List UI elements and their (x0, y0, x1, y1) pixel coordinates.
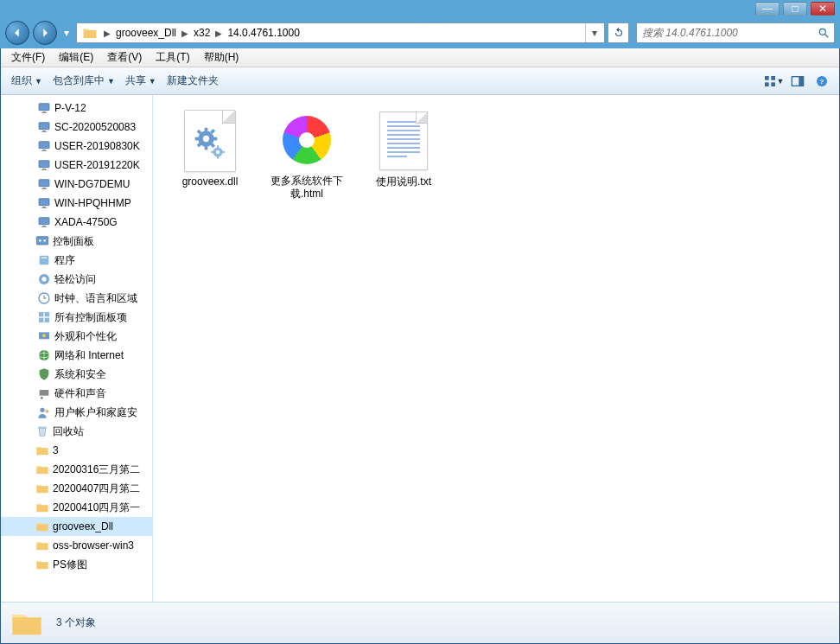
svg-rect-13 (39, 123, 49, 130)
tree-item[interactable]: 系统和安全 (1, 365, 152, 384)
tree-item[interactable]: WIN-DG7DEMU (1, 175, 152, 194)
tree-item-label: 程序 (54, 253, 75, 268)
close-button[interactable]: ✕ (811, 2, 835, 16)
tree-item[interactable]: 控制面板 (1, 232, 152, 251)
svg-rect-24 (41, 188, 48, 189)
tree-item[interactable]: 用户帐户和家庭安 (1, 403, 152, 422)
include-in-library-button[interactable]: 包含到库中▼ (48, 70, 120, 92)
tree-item[interactable]: 3 (1, 441, 152, 460)
tree-item-label: SC-20200520083 (54, 121, 136, 133)
preview-pane-button[interactable] (786, 71, 810, 92)
navigation-pane[interactable]: P-V-12SC-20200520083USER-20190830KUSER-2… (1, 95, 153, 602)
tree-item[interactable]: USER-20191220K (1, 156, 152, 175)
svg-rect-58 (205, 145, 208, 150)
tree-item[interactable]: USER-20190830K (1, 137, 152, 156)
tree-item[interactable]: 轻松访问 (1, 270, 152, 289)
svg-rect-3 (771, 76, 775, 80)
svg-point-33 (43, 239, 46, 242)
menu-help[interactable]: 帮助(H) (197, 48, 246, 67)
forward-button[interactable] (33, 21, 57, 45)
svg-rect-34 (40, 256, 49, 265)
tree-item-label: grooveex_Dll (53, 520, 113, 532)
svg-rect-44 (45, 318, 49, 322)
tree-item[interactable]: grooveex_Dll (1, 517, 152, 536)
breadcrumb-separator[interactable]: ▶ (101, 29, 113, 38)
svg-rect-23 (42, 188, 46, 188)
tree-item[interactable]: 时钟、语言和区域 (1, 289, 152, 308)
breadcrumb-separator[interactable]: ▶ (213, 29, 225, 38)
search-box[interactable] (636, 22, 835, 43)
search-input[interactable] (637, 27, 813, 39)
tree-item[interactable]: 外观和个性化 (1, 327, 152, 346)
menu-file[interactable]: 文件(F) (4, 48, 52, 67)
file-name: 使用说明.txt (376, 175, 431, 189)
file-list[interactable]: grooveex.dll更多系统软件下载.html使用说明.txt (153, 95, 839, 602)
view-options-button[interactable]: ▼ (761, 71, 786, 92)
organize-button[interactable]: 组织▼ (6, 70, 48, 92)
back-button[interactable] (5, 21, 29, 45)
tree-item[interactable]: 硬件和声音 (1, 384, 152, 403)
tree-item[interactable]: WIN-HPQHHMP (1, 194, 152, 213)
file-icon (276, 110, 338, 171)
address-bar[interactable]: ▶ grooveex_Dll ▶ x32 ▶ 14.0.4761.1000 ▾ (76, 22, 605, 43)
file-item[interactable]: grooveex.dll (163, 105, 257, 206)
maximize-button[interactable]: □ (783, 2, 807, 16)
svg-rect-25 (39, 199, 49, 206)
svg-point-37 (41, 277, 46, 281)
tree-item[interactable]: XADA-4750G (1, 213, 152, 232)
svg-rect-10 (39, 104, 49, 111)
tree-item[interactable]: 20200407四月第二 (1, 479, 152, 498)
svg-rect-26 (42, 207, 46, 207)
tree-item-label: 外观和个性化 (54, 329, 117, 344)
help-button[interactable]: ? (810, 71, 834, 92)
menubar: 文件(F) 编辑(E) 查看(V) 工具(T) 帮助(H) (1, 48, 839, 67)
svg-point-46 (42, 334, 46, 337)
folder-icon (82, 25, 98, 41)
content-area: P-V-12SC-20200520083USER-20190830KUSER-2… (1, 95, 839, 602)
breadcrumb[interactable]: 14.0.4761.1000 (225, 27, 302, 39)
breadcrumb[interactable]: x32 (191, 27, 213, 39)
file-item[interactable]: 更多系统软件下载.html (260, 105, 353, 206)
tree-item[interactable]: SC-20200520083 (1, 118, 152, 137)
new-folder-button[interactable]: 新建文件夹 (162, 70, 224, 92)
search-icon[interactable] (813, 23, 834, 42)
nav-history-dropdown[interactable]: ▾ (60, 21, 73, 45)
svg-rect-16 (39, 142, 49, 149)
tree-item-label: 所有控制面板项 (54, 310, 127, 325)
share-button[interactable]: 共享▼ (120, 70, 162, 92)
minimize-button[interactable]: — (755, 2, 780, 16)
svg-point-0 (819, 29, 825, 35)
svg-rect-22 (39, 180, 49, 187)
tree-item[interactable]: oss-browser-win3 (1, 536, 152, 555)
tree-item-label: 20200316三月第二 (53, 462, 140, 477)
menu-tools[interactable]: 工具(T) (149, 48, 196, 67)
tree-item-label: WIN-DG7DEMU (54, 178, 130, 190)
status-text: 3 个对象 (56, 615, 96, 630)
tree-item-label: 时钟、语言和区域 (54, 291, 137, 306)
file-item[interactable]: 使用说明.txt (357, 105, 450, 206)
window-titlebar: — □ ✕ (0, 0, 840, 17)
menu-edit[interactable]: 编辑(E) (52, 48, 100, 67)
tree-item[interactable]: 20200410四月第一 (1, 498, 152, 517)
tree-item[interactable]: 网络和 Internet (1, 346, 152, 365)
breadcrumb[interactable]: grooveex_Dll (113, 27, 179, 39)
svg-line-1 (825, 35, 829, 38)
tree-item[interactable]: P-V-12 (1, 99, 152, 118)
svg-rect-12 (41, 112, 48, 113)
breadcrumb-separator[interactable]: ▶ (179, 29, 191, 38)
refresh-button[interactable] (608, 22, 629, 43)
svg-rect-27 (41, 207, 48, 208)
address-dropdown[interactable]: ▾ (585, 23, 602, 42)
svg-rect-30 (41, 226, 48, 227)
tree-item[interactable]: PS修图 (1, 555, 152, 574)
svg-rect-17 (42, 150, 46, 150)
tree-item[interactable]: 所有控制面板项 (1, 308, 152, 327)
svg-rect-54 (38, 427, 46, 429)
tree-item[interactable]: 20200316三月第二 (1, 460, 152, 479)
tree-item[interactable]: 程序 (1, 251, 152, 270)
window-body: 文件(F) 编辑(E) 查看(V) 工具(T) 帮助(H) 组织▼ 包含到库中▼… (0, 48, 840, 644)
svg-rect-41 (39, 312, 43, 316)
menu-view[interactable]: 查看(V) (100, 48, 149, 67)
svg-rect-57 (205, 128, 208, 133)
tree-item[interactable]: 回收站 (1, 422, 152, 441)
